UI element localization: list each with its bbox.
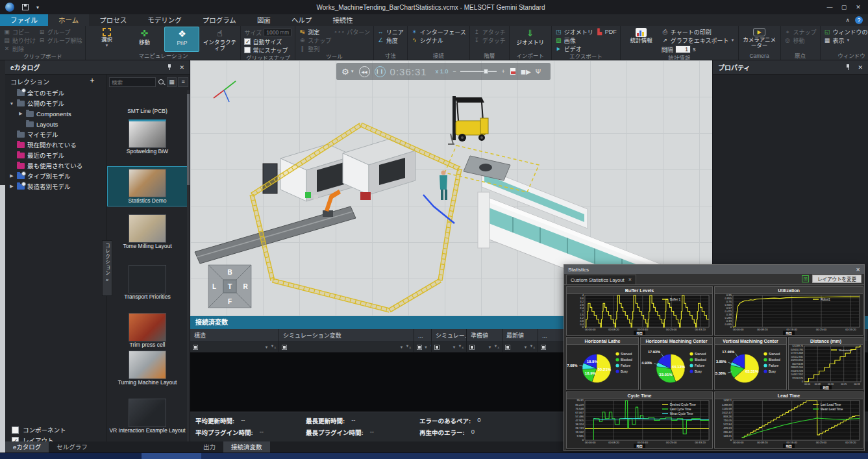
catalog-item-2[interactable]: Statistics Demo [107, 166, 188, 206]
column-header-3[interactable]: シミュレー... [432, 329, 467, 341]
add-collection-button[interactable]: + [87, 76, 97, 86]
statistics-window-titlebar[interactable]: Statistics ✕ [564, 265, 864, 274]
speed-slider[interactable] [460, 71, 497, 72]
tree-item-2[interactable]: ▶Components [5, 108, 106, 119]
catalog-item-1[interactable]: Spotwelding BiW [107, 119, 188, 155]
settings-gear-icon[interactable]: ⚙ [341, 67, 349, 77]
filter-dropdown-icon[interactable]: ▼ [488, 345, 492, 349]
menu-tab-7[interactable]: 接続性 [322, 14, 364, 26]
checkbox-icon[interactable] [244, 47, 251, 53]
ribbon-check-1[interactable]: ✓自動サイズ [244, 38, 291, 45]
filter-dropdown-icon[interactable]: ▼ [524, 345, 528, 349]
menu-tab-4[interactable]: プログラム [192, 14, 247, 26]
ribbon-button-statistics[interactable]: 統計情報 [624, 27, 659, 54]
menu-tab-3[interactable]: モデリング [137, 14, 192, 26]
tree-item-1[interactable]: ▼公開のモデル [5, 98, 106, 108]
tab-close-icon[interactable]: ✕ [628, 277, 632, 282]
tree-item-0[interactable]: 全てのモデル [5, 88, 106, 98]
filter-funnel-icon[interactable]: ▼x [406, 344, 411, 349]
chart-vertical-machining-center[interactable]: Vertical Machining Center63.31%15.38%3.8… [714, 337, 787, 390]
chart-lead-time[interactable]: Lead Time0143.21286.42429.63572.84716.05… [714, 391, 863, 449]
export-pdf-icon[interactable] [510, 68, 516, 75]
filter-dropdown-icon[interactable]: ▼ [400, 345, 404, 349]
column-filter-1[interactable]: ▼▼x [279, 342, 414, 352]
ribbon-button-camera-animator[interactable]: ▶カメラアニメーター [742, 27, 777, 52]
column-filter-2[interactable]: ▼▼x [414, 342, 432, 352]
chart-cycle-time[interactable]: Cycle Time09.58119.16228.74338.32447.905… [566, 391, 713, 449]
column-filter-0[interactable]: ▼▼x [190, 342, 279, 352]
add-chart-icon[interactable]: ⊞ [802, 275, 809, 282]
pause-button[interactable]: ❙❙ [375, 66, 386, 77]
tab-connected-variables[interactable]: 接続済変数 [223, 441, 270, 453]
tree-item-4[interactable]: マイモデル [5, 129, 106, 140]
ribbon-button-export-graph[interactable]: ↗グラフをエキスポート▼ [662, 36, 735, 44]
ribbon-button-interactive[interactable]: ☝インタラクティブ [202, 27, 237, 52]
menu-tab-1[interactable]: ホーム [48, 14, 89, 26]
rewind-button[interactable]: ◀◀ [359, 66, 370, 77]
catalog-scrollbar[interactable] [187, 90, 190, 447]
view-navigation-widget[interactable]: B L T R F [202, 258, 258, 314]
tree-item-5[interactable]: 現在開かれている [5, 140, 106, 150]
close-panel-icon[interactable]: ✕ [858, 64, 863, 71]
ribbon-collapse-icon[interactable]: ∧ [845, 17, 850, 23]
column-filter-4[interactable]: ▼▼x [467, 342, 502, 352]
settings-caret-icon[interactable]: ▼ [351, 69, 354, 73]
filter-checkbox-icon[interactable] [434, 345, 440, 350]
checkbox-icon[interactable] [12, 427, 19, 434]
filter-dropdown-icon[interactable]: ▼ [265, 345, 269, 349]
ribbon-input-field[interactable]: 1 [675, 45, 691, 53]
filter-checkbox-icon[interactable] [282, 345, 287, 350]
column-filter-3[interactable]: ▼▼x [432, 342, 467, 352]
speed-minus[interactable]: − [453, 68, 456, 75]
chart-utilization[interactable]: Utilization00.0950.190.2850.380.4750.570… [714, 286, 863, 336]
collections-collapsed-tab[interactable]: コレクション « [102, 240, 112, 296]
ribbon-button-signal[interactable]: ϟシグナル [411, 36, 466, 44]
filter-checkbox-icon[interactable] [193, 345, 198, 350]
ribbon-button-move[interactable]: ✜移動 [127, 27, 162, 52]
tree-item-7[interactable]: 最も使用されている [5, 160, 106, 171]
menu-tab-6[interactable]: ヘルプ [281, 14, 323, 26]
search-input[interactable] [109, 77, 156, 87]
tree-item-8[interactable]: ▶タイプ別モデル [5, 171, 106, 181]
chart-horizontal-lathe[interactable]: Horizontal Lathe55.21%18.9%7.08%18.8%Sta… [566, 337, 639, 390]
ribbon-button-select[interactable]: 選択▼ [89, 27, 124, 52]
restore-button[interactable]: ▢ [837, 0, 851, 14]
change-layout-button[interactable]: レイアウトを変更 [812, 275, 862, 283]
sort-button[interactable]: ≡ [178, 77, 188, 87]
pin-icon[interactable] [166, 64, 173, 71]
filter-funnel-icon[interactable]: ▼x [530, 344, 535, 349]
menu-tab-2[interactable]: プロセス [89, 14, 137, 26]
tree-item-9[interactable]: ▶製造者別モデル [5, 181, 106, 192]
catalog-item-4[interactable]: Transport Priorities [107, 265, 188, 300]
catalog-item-0[interactable]: SMT Line (PCB) [107, 108, 188, 114]
statistics-close-icon[interactable]: ✕ [856, 267, 860, 273]
chart-horizontal-machining-center[interactable]: Horizontal Machining Center44.13%33.01%4… [640, 337, 713, 390]
close-button[interactable]: ✕ [851, 0, 865, 14]
ribbon-button-pdf[interactable]: ▙PDF [596, 28, 617, 36]
ribbon-check-2[interactable]: 常にスナップ [244, 46, 291, 54]
save-icon[interactable] [22, 4, 29, 10]
ribbon-button-show[interactable]: ▦表示▼ [824, 36, 868, 44]
grid-view-button[interactable]: ▦ [167, 77, 177, 87]
connectivity-icon[interactable]: Ψ [536, 68, 541, 75]
ribbon-input-field[interactable]: 1000mm [264, 29, 291, 36]
help-icon[interactable]: ? [855, 16, 863, 24]
chart-buffer-levels[interactable]: Buffer Levels00.40.81.21.622.42.83.23.64… [566, 286, 713, 336]
column-header-1[interactable]: シミュレーション変数 [279, 329, 414, 341]
catalog-item-6[interactable]: Turning Machine Layout [107, 351, 188, 386]
ribbon-button-geometry[interactable]: ◳ジオメトリ [555, 28, 593, 36]
ribbon-button-import-geometry[interactable]: ⇓ジオメトリ [513, 27, 548, 52]
checkbox-icon[interactable]: ✓ [244, 38, 251, 45]
filter-checkbox-icon[interactable] [505, 345, 510, 350]
filter-funnel-icon[interactable]: ▼x [271, 344, 276, 349]
tab-cellgraph[interactable]: セルグラフ [49, 441, 95, 453]
ribbon-button-restore-window[interactable]: ◱ウィンドウの復元 [824, 28, 868, 36]
filter-dropdown-icon[interactable]: ▼ [424, 345, 428, 349]
speed-plus[interactable]: + [501, 68, 504, 75]
filter-checkbox-icon[interactable] [541, 345, 546, 350]
menu-tab-5[interactable]: 図面 [247, 14, 281, 26]
ribbon-button-interface[interactable]: ✶インターフェース [411, 28, 466, 36]
ribbon-button-pnp[interactable]: ❖PnP [164, 27, 199, 52]
filter-funnel-icon[interactable]: ▼x [494, 344, 499, 349]
column-header-2[interactable]: ... [414, 329, 432, 341]
